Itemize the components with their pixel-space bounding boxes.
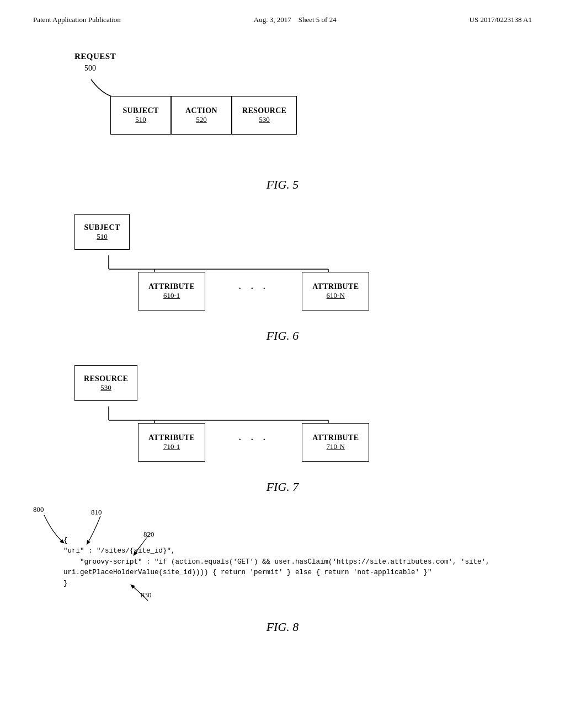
fig7-section: RESOURCE 530 ATTRIBUTE 710-1 · · · ATTRI… — [33, 360, 532, 494]
fig5-resource-num: 530 — [259, 115, 270, 124]
fig6-attrN-box: ATTRIBUTE 610-N — [302, 272, 369, 311]
fig6-attrN-label: ATTRIBUTE — [312, 282, 359, 291]
fig7-attr1-box: ATTRIBUTE 710-1 — [138, 423, 205, 462]
header-center: Aug. 3, 2017 Sheet 5 of 24 — [254, 15, 337, 24]
fig6-attrN-num: 610-N — [327, 291, 345, 300]
fig6-dots: · · · — [238, 282, 269, 301]
fig7-attr1-label: ATTRIBUTE — [148, 433, 195, 442]
fig7-attr-boxes: ATTRIBUTE 710-1 · · · ATTRIBUTE 710-N — [138, 423, 369, 462]
fig7-attrN-box: ATTRIBUTE 710-N — [302, 423, 369, 462]
fig5-box-action: ACTION 520 — [171, 96, 232, 135]
fig5-subject-label: SUBJECT — [122, 106, 158, 115]
fig8-code-line4: uri.getPlaceHolderValue(site_id)))) { re… — [63, 568, 490, 578]
fig8-section: 800 810 — [33, 505, 532, 634]
header-right: US 2017/0223138 A1 — [470, 15, 532, 24]
fig7-attrN-label: ATTRIBUTE — [312, 433, 359, 442]
fig6-caption: FIG. 6 — [33, 329, 532, 343]
header-left: Patent Application Publication — [33, 15, 121, 24]
fig7-attr1-num: 710-1 — [163, 442, 180, 451]
fig5-action-label: ACTION — [185, 106, 217, 115]
page-header: Patent Application Publication Aug. 3, 2… — [0, 0, 565, 30]
fig5-caption: FIG. 5 — [33, 178, 532, 192]
fig7-attrN-num: 710-N — [327, 442, 345, 451]
fig6-diagram: SUBJECT 510 ATTRIBUTE 610-1 · — [33, 208, 532, 324]
fig8-arrow-830 — [127, 580, 193, 613]
fig8-code-line3: "groovy-script" : "if (action.equals('GE… — [63, 557, 490, 568]
fig5-diagram: REQUEST 500 SUBJECT 510 ACTIO — [33, 46, 532, 173]
fig5-resource-label: RESOURCE — [242, 106, 286, 115]
fig5-subject-num: 510 — [135, 115, 146, 124]
fig6-attr1-box: ATTRIBUTE 610-1 — [138, 272, 205, 311]
fig7-diagram: RESOURCE 530 ATTRIBUTE 710-1 · · · ATTRI… — [33, 360, 532, 475]
fig8-code-line2: "uri" : "/sites/{site_id}", — [63, 546, 490, 556]
fig5-box-subject: SUBJECT 510 — [110, 96, 171, 135]
fig8-diagram: 800 810 — [33, 505, 532, 615]
fig6-attr-boxes: ATTRIBUTE 610-1 · · · ATTRIBUTE 610-N — [138, 272, 369, 311]
fig8-caption: FIG. 8 — [33, 620, 532, 634]
fig5-action-num: 520 — [196, 115, 207, 124]
fig8-code-line1: { — [63, 536, 490, 546]
page-content: REQUEST 500 SUBJECT 510 ACTIO — [0, 30, 565, 651]
fig6-section: SUBJECT 510 ATTRIBUTE 610-1 · — [33, 208, 532, 343]
fig6-attr1-label: ATTRIBUTE — [148, 282, 195, 291]
fig6-attr1-num: 610-1 — [163, 291, 180, 300]
fig5-boxes-row: SUBJECT 510 ACTION 520 RESOURCE 530 — [110, 96, 297, 135]
fig7-caption: FIG. 7 — [33, 480, 532, 494]
fig5-box-resource: RESOURCE 530 — [232, 96, 297, 135]
fig7-dots: · · · — [238, 433, 269, 452]
fig5-section: REQUEST 500 SUBJECT 510 ACTIO — [33, 46, 532, 192]
